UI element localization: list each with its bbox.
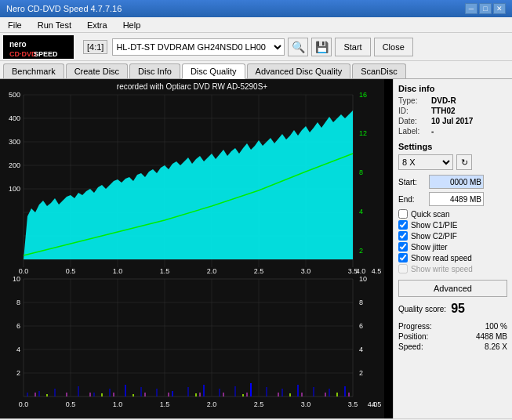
save-button[interactable]: 💾 xyxy=(311,38,332,56)
svg-text:2: 2 xyxy=(16,369,20,377)
tab-disc-quality[interactable]: Disc Quality xyxy=(182,63,245,79)
chart-svg: recorded with Optiarc DVD RW AD-5290S+ 5… xyxy=(0,79,384,418)
start-input[interactable] xyxy=(429,175,484,189)
progress-label: Progress: xyxy=(398,322,432,331)
svg-text:200: 200 xyxy=(9,161,20,169)
speed-value: 8.26 X xyxy=(485,342,507,351)
svg-text:8: 8 xyxy=(16,299,20,306)
position-row: Position: 4488 MB xyxy=(398,332,507,341)
title-bar: Nero CD-DVD Speed 4.7.7.16 ─ □ ✕ xyxy=(0,0,512,17)
svg-text:0.5: 0.5 xyxy=(66,267,76,275)
svg-text:10: 10 xyxy=(359,275,367,283)
svg-text:100: 100 xyxy=(9,185,20,193)
show-jitter-row: Show jitter xyxy=(398,242,507,252)
show-c1pie-checkbox[interactable] xyxy=(398,220,408,230)
end-input[interactable] xyxy=(429,192,484,206)
svg-text:500: 500 xyxy=(9,91,20,99)
tab-bar: Benchmark Create Disc Disc Info Disc Qua… xyxy=(0,61,512,79)
close-button[interactable]: Close xyxy=(374,38,413,56)
svg-text:2.5: 2.5 xyxy=(254,400,264,408)
show-c1pie-row: Show C1/PIE xyxy=(398,220,507,230)
show-write-speed-checkbox xyxy=(398,264,408,273)
svg-text:0.0: 0.0 xyxy=(19,400,29,408)
advanced-button[interactable]: Advanced xyxy=(398,280,507,297)
menu-extra[interactable]: Extra xyxy=(82,19,112,31)
disc-type-value: DVD-R xyxy=(431,96,456,105)
svg-text:8: 8 xyxy=(359,168,363,176)
chart-area: recorded with Optiarc DVD RW AD-5290S+ 5… xyxy=(0,79,393,418)
tab-benchmark[interactable]: Benchmark xyxy=(3,63,64,78)
toolbar: nero CD·DVD SPEED [4:1] HL-DT-ST DVDRAM … xyxy=(0,33,512,61)
svg-text:12: 12 xyxy=(359,129,367,137)
svg-text:4: 4 xyxy=(359,208,363,215)
progress-section: Progress: 100 % Position: 4488 MB Speed:… xyxy=(398,322,507,351)
disc-id-row: ID: TTH02 xyxy=(398,107,507,115)
show-c1pie-label: Show C1/PIE xyxy=(411,221,457,230)
position-label: Position: xyxy=(398,332,428,341)
settings-section: Settings 8 X ↻ Start: End: Quick scan xyxy=(398,142,507,297)
svg-rect-32 xyxy=(24,279,353,400)
chart-title: recorded with Optiarc DVD RW AD-5290S+ xyxy=(117,82,268,91)
title-bar-title: Nero CD-DVD Speed 4.7.7.16 xyxy=(6,4,122,13)
app-logo: nero CD·DVD SPEED xyxy=(3,35,74,59)
refresh-settings-button[interactable]: ↻ xyxy=(456,154,472,170)
show-c2pif-row: Show C2/PIF xyxy=(398,231,507,241)
svg-text:6: 6 xyxy=(359,322,363,330)
menu-file[interactable]: File xyxy=(3,19,27,31)
maximize-button[interactable]: □ xyxy=(479,3,492,14)
close-window-button[interactable]: ✕ xyxy=(493,3,506,14)
drive-label: [4:1] xyxy=(83,40,107,54)
tab-create-disc[interactable]: Create Disc xyxy=(66,63,128,78)
disc-id-label: ID: xyxy=(398,107,431,115)
svg-text:16: 16 xyxy=(359,91,367,99)
svg-text:1.0: 1.0 xyxy=(113,400,123,408)
quick-scan-checkbox[interactable] xyxy=(398,209,408,219)
show-c2pif-label: Show C2/PIF xyxy=(411,232,457,241)
speed-label: Speed: xyxy=(398,342,423,351)
svg-text:3.5: 3.5 xyxy=(348,400,358,408)
show-c2pif-checkbox[interactable] xyxy=(398,231,408,241)
tab-advanced-disc-quality[interactable]: Advanced Disc Quality xyxy=(247,63,351,78)
show-read-speed-row: Show read speed xyxy=(398,253,507,262)
svg-text:3.0: 3.0 xyxy=(301,267,311,275)
disc-type-row: Type: DVD-R xyxy=(398,96,507,105)
menu-run-test[interactable]: Run Test xyxy=(33,19,76,31)
svg-text:CD·DVD: CD·DVD xyxy=(9,50,37,58)
svg-text:400: 400 xyxy=(9,114,20,122)
svg-text:SPEED: SPEED xyxy=(34,50,58,58)
title-bar-buttons: ─ □ ✕ xyxy=(465,3,506,14)
disc-label-row: Label: - xyxy=(398,127,507,136)
svg-text:2: 2 xyxy=(359,369,363,377)
svg-text:2: 2 xyxy=(359,247,363,255)
quick-scan-row: Quick scan xyxy=(398,209,507,219)
main-content: recorded with Optiarc DVD RW AD-5290S+ 5… xyxy=(0,79,512,418)
speed-select[interactable]: 8 X xyxy=(398,154,453,170)
disc-info-title: Disc info xyxy=(398,84,507,93)
menu-help[interactable]: Help xyxy=(118,19,146,31)
refresh-drive-button[interactable]: 🔍 xyxy=(288,38,308,56)
svg-text:4.5: 4.5 xyxy=(372,267,382,275)
start-label: Start: xyxy=(398,178,426,186)
svg-text:0.5: 0.5 xyxy=(66,400,76,408)
disc-label-value: - xyxy=(431,127,434,136)
settings-title: Settings xyxy=(398,142,507,151)
start-mb-row: Start: xyxy=(398,175,507,189)
svg-text:2.0: 2.0 xyxy=(207,400,217,408)
drive-select[interactable]: HL-DT-ST DVDRAM GH24NSD0 LH00 xyxy=(112,38,285,56)
svg-text:3.0: 3.0 xyxy=(301,400,311,408)
svg-text:8: 8 xyxy=(359,299,363,306)
svg-text:300: 300 xyxy=(9,138,20,146)
end-mb-row: End: xyxy=(398,192,507,206)
tab-scan-disc[interactable]: ScanDisc xyxy=(352,63,405,78)
show-read-speed-checkbox[interactable] xyxy=(398,253,408,262)
svg-text:2.0: 2.0 xyxy=(207,267,217,275)
start-button[interactable]: Start xyxy=(335,38,370,56)
show-write-speed-row: Show write speed xyxy=(398,264,507,273)
show-jitter-checkbox[interactable] xyxy=(398,242,408,252)
svg-text:4.5: 4.5 xyxy=(372,400,382,408)
svg-text:1.0: 1.0 xyxy=(113,267,123,275)
tab-disc-info[interactable]: Disc Info xyxy=(129,63,180,78)
minimize-button[interactable]: ─ xyxy=(465,3,478,14)
quality-score-value: 95 xyxy=(451,302,465,316)
show-read-speed-label: Show read speed xyxy=(411,254,472,262)
